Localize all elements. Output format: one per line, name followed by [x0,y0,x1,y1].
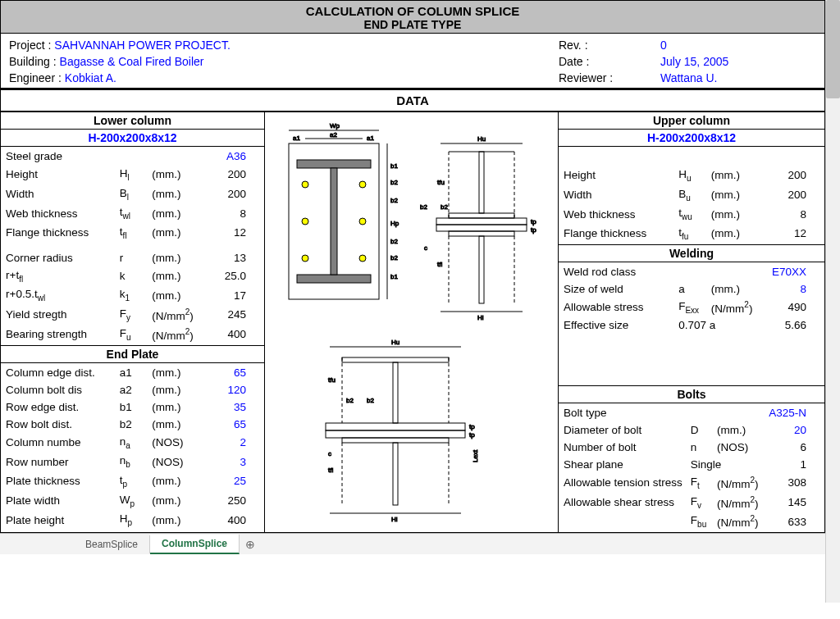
bolt-type-value[interactable]: A325-N [765,405,823,421]
title-block: CALCULATION OF COLUMN SPLICE END PLATE T… [1,1,824,34]
u-width-value: 200 [766,186,823,204]
svg-text:tfu: tfu [437,179,445,186]
svg-rect-50 [342,357,449,362]
web-value[interactable]: 8 [207,204,262,222]
svg-point-8 [302,255,308,262]
svg-text:a2: a2 [330,131,337,139]
lower-column-member[interactable]: H-200x200x8x12 [1,130,264,147]
wp-label: Plate width [2,492,115,510]
fexx-label: Allowable stress [560,298,673,316]
svg-text:b1: b1 [390,273,398,280]
svg-text:b2: b2 [346,397,354,404]
na-label: Column numbe [2,434,115,452]
corner-label: Corner radius [2,250,115,266]
svg-text:a1: a1 [367,134,374,142]
svg-rect-39 [479,236,484,303]
svg-point-6 [302,218,308,225]
svg-text:c: c [328,450,331,457]
fexx-value: 490 [766,298,823,316]
web-label: Web thickness [2,204,115,222]
building-value[interactable]: Bagasse & Coal Fired Boiler [57,55,204,68]
fy-label: Yield stregth [2,306,115,324]
height-value[interactable]: 200 [207,166,262,184]
steel-grade-value[interactable]: A36 [207,148,262,164]
reviewer-value[interactable]: Wattana U. [657,71,718,84]
scroll-thumb[interactable] [826,0,840,98]
svg-text:Hu: Hu [391,339,399,346]
u-web-value: 8 [766,205,823,223]
weld-size-value[interactable]: 8 [766,281,823,297]
u-web-label: Web thickness [560,205,673,223]
date-label: Date : [559,55,589,68]
fbu-value: 633 [765,512,823,530]
b2-label: Row bolt dist. [2,416,115,432]
bolt-type-label: Bolt type [560,405,686,421]
rev-value[interactable]: 0 [657,39,667,52]
svg-rect-63 [393,443,398,505]
bolt-dia-label: Diameter of bolt [560,422,686,438]
tab-columnsplice[interactable]: ColumnSplice [150,535,240,554]
a2-label: Column bolt dis [2,382,115,398]
bolt-num-label: Number of bolt [560,439,686,455]
svg-text:tp: tp [531,218,536,225]
ft-value: 308 [765,474,823,492]
svg-rect-60 [342,438,449,443]
svg-rect-36 [449,231,514,236]
wp-value: 250 [207,492,262,510]
svg-text:c: c [424,244,427,252]
fu-value: 400 [207,325,262,344]
bolts-table: Bolt typeA325-N Diameter of boltD(mm.)20… [559,403,824,532]
endplate-table: Column edge dist.a1(mm.)65 Column bolt d… [1,363,264,530]
svg-text:Hl: Hl [391,516,398,523]
svg-text:b2: b2 [390,238,398,245]
title-line2: END PLATE TYPE [1,18,824,31]
bolt-dia-value[interactable]: 20 [765,422,823,438]
project-value[interactable]: SAHVANNAH POWER PROJECT. [51,39,230,52]
steel-grade-label: Steel grade [2,148,115,164]
flange-value[interactable]: 12 [207,224,262,242]
svg-rect-33 [436,225,527,231]
svg-text:Lext: Lext [472,449,479,462]
shear-plane-label: Shear plane [560,457,686,472]
svg-point-7 [359,218,366,225]
engineer-label: Engineer : [9,71,62,84]
flange-label: Flange thickness [2,224,115,242]
svg-rect-3 [331,168,337,275]
a1-value[interactable]: 65 [207,365,262,380]
tp-value[interactable]: 25 [207,472,262,490]
na-value[interactable]: 2 [207,434,262,452]
tab-beamsplice[interactable]: BeamSplice [74,535,150,553]
project-label: Project : [9,39,51,52]
add-sheet-button[interactable]: ⊕ [240,538,261,551]
hp-value: 400 [207,511,262,529]
weld-class-value[interactable]: E70XX [766,264,823,280]
width-value[interactable]: 200 [207,185,262,203]
b2-value[interactable]: 65 [207,416,262,432]
svg-text:Hu: Hu [477,135,486,143]
svg-point-4 [302,181,308,188]
sheet-tabs: BeamSplice ColumnSplice ⊕ [0,533,825,554]
lower-column-table: Steel gradeA36 HeightHl(mm.)200 WidthBl(… [1,147,264,345]
title-line1: CALCULATION OF COLUMN SPLICE [306,4,520,18]
nb-value[interactable]: 3 [207,453,262,471]
svg-rect-2 [297,275,371,283]
header-block: Project :SAHVANNAH POWER PROJECT. Buildi… [1,34,824,89]
upper-column-member[interactable]: H-200x200x8x12 [559,130,824,147]
date-value[interactable]: July 15, 2005 [657,55,728,68]
a2-value[interactable]: 120 [207,382,262,398]
b1-label: Row edge dist. [2,399,115,415]
svg-rect-51 [393,362,398,423]
engineer-value[interactable]: Kobkiat A. [62,71,116,84]
svg-text:Wp: Wp [330,122,340,130]
u-height-label: Height [560,166,673,184]
data-section-title: DATA [1,90,824,112]
fu-label: Bearing strength [2,325,115,344]
a1-label: Column edge dist. [2,365,115,380]
svg-text:b2: b2 [367,397,374,404]
vertical-scrollbar[interactable] [825,0,840,603]
svg-text:b2: b2 [441,203,448,211]
svg-point-5 [359,181,366,188]
b1-value[interactable]: 35 [207,399,262,415]
svg-text:b1: b1 [390,162,398,170]
u-flange-value: 12 [766,225,823,243]
